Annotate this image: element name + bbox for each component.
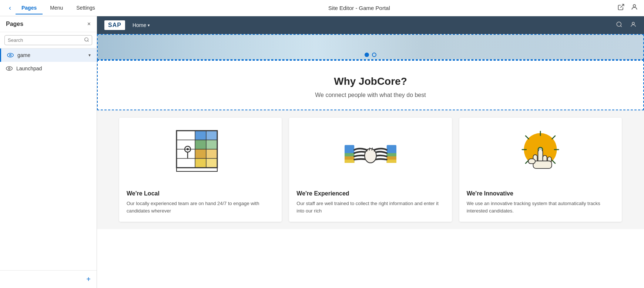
svg-point-10 (632, 22, 634, 24)
svg-point-2 (85, 37, 88, 41)
sidebar-item-game[interactable]: game ▾ (0, 48, 97, 62)
sidebar-header: Pages × (0, 16, 97, 32)
eye-icon-game (7, 53, 14, 57)
svg-rect-31 (345, 160, 354, 163)
svg-rect-14 (206, 140, 217, 149)
card-experienced: We're Experienced Our staff are well tra… (289, 118, 452, 222)
hero-dot-1[interactable] (365, 53, 369, 57)
svg-rect-17 (195, 158, 206, 168)
svg-rect-12 (206, 131, 217, 140)
svg-line-9 (620, 26, 621, 27)
card-local-icon-area (127, 125, 274, 184)
svg-point-8 (617, 22, 621, 26)
svg-point-5 (10, 54, 11, 56)
handshake-icon (345, 129, 396, 181)
card-experienced-text: Our staff are well trained to collect th… (296, 200, 444, 214)
top-bar: ‹ Pages Menu Settings Site Editor - Game… (0, 0, 644, 16)
svg-rect-11 (195, 131, 206, 140)
svg-rect-18 (206, 158, 217, 168)
sidebar-close-button[interactable]: × (87, 21, 91, 27)
tab-settings[interactable]: Settings (70, 2, 101, 14)
cards-section: We're Local Our locally experienced team… (97, 110, 644, 229)
svg-line-0 (620, 4, 624, 8)
card-local-text: Our locally experienced team are on hand… (127, 200, 274, 214)
sidebar-footer: + (0, 270, 97, 288)
svg-line-48 (552, 136, 555, 139)
hero-dot-2[interactable] (372, 53, 376, 57)
card-experienced-icon-area (296, 125, 444, 184)
sidebar-item-label-launchpad: Launchpad (16, 66, 42, 71)
search-input[interactable] (4, 35, 92, 45)
card-local: We're Local Our locally experienced team… (119, 118, 282, 222)
sidebar: Pages × game ▾ (0, 16, 97, 288)
svg-rect-35 (387, 160, 396, 163)
back-button[interactable]: ‹ (6, 3, 14, 13)
sap-home-nav[interactable]: Home ▾ (133, 22, 150, 28)
tab-pages[interactable]: Pages (16, 2, 43, 14)
top-bar-nav: ‹ Pages Menu Settings (6, 2, 101, 14)
map-icon (175, 129, 227, 181)
svg-point-57 (539, 148, 542, 151)
top-bar-icons (617, 3, 638, 13)
card-local-title: We're Local (127, 190, 274, 197)
export-icon[interactable] (617, 3, 625, 13)
card-innovative-title: We're Innovative (467, 190, 614, 197)
svg-rect-16 (206, 149, 217, 158)
sap-home-label: Home (133, 22, 146, 28)
svg-line-47 (552, 160, 555, 163)
svg-point-7 (9, 68, 10, 70)
main-layout: Pages × game ▾ (0, 16, 644, 288)
why-jobcore-title: Why JobCore? (105, 76, 636, 87)
sidebar-item-label-game: game (17, 52, 30, 58)
hero-banner (97, 34, 644, 60)
add-page-button[interactable]: + (86, 275, 91, 284)
svg-rect-56 (529, 159, 536, 164)
svg-line-46 (526, 136, 529, 139)
sidebar-search (0, 32, 97, 48)
sap-home-chevron: ▾ (148, 23, 150, 28)
card-innovative-icon-area (467, 125, 614, 184)
tab-menu[interactable]: Menu (44, 2, 69, 14)
why-section: Why JobCore? We connect people with what… (97, 60, 644, 110)
hero-dots (365, 53, 376, 57)
svg-line-3 (88, 40, 89, 41)
user-icon[interactable] (631, 3, 638, 13)
site-preview: SAP Home ▾ (97, 16, 644, 288)
sidebar-items: game ▾ Launchpad (0, 48, 97, 270)
card-innovative-text: We use an innovative tracking system tha… (467, 200, 614, 214)
svg-point-26 (187, 148, 189, 150)
sap-navbar: SAP Home ▾ (97, 16, 644, 34)
chevron-down-icon: ▾ (88, 53, 91, 58)
svg-point-4 (7, 53, 14, 57)
sidebar-item-launchpad[interactable]: Launchpad (0, 62, 97, 75)
svg-rect-15 (195, 149, 206, 158)
sap-search-icon[interactable] (616, 21, 623, 30)
card-experienced-title: We're Experienced (296, 190, 444, 197)
sap-user-icon[interactable] (630, 21, 637, 30)
search-icon (84, 37, 89, 44)
why-jobcore-subtitle: We connect people with what they do best (105, 92, 636, 98)
svg-point-6 (6, 67, 13, 71)
content-area: SAP Home ▾ (97, 16, 644, 288)
sidebar-title: Pages (6, 21, 23, 27)
page-title: Site Editor - Game Portal (110, 5, 608, 11)
eye-icon-launchpad (6, 66, 13, 71)
sidebar-search-wrap (4, 35, 92, 45)
innovation-icon (516, 131, 564, 179)
svg-point-1 (633, 4, 636, 7)
card-innovative: We're Innovative We use an innovative tr… (459, 118, 622, 222)
svg-rect-55 (533, 161, 552, 168)
sap-logo: SAP (104, 20, 125, 30)
svg-rect-13 (195, 140, 206, 149)
